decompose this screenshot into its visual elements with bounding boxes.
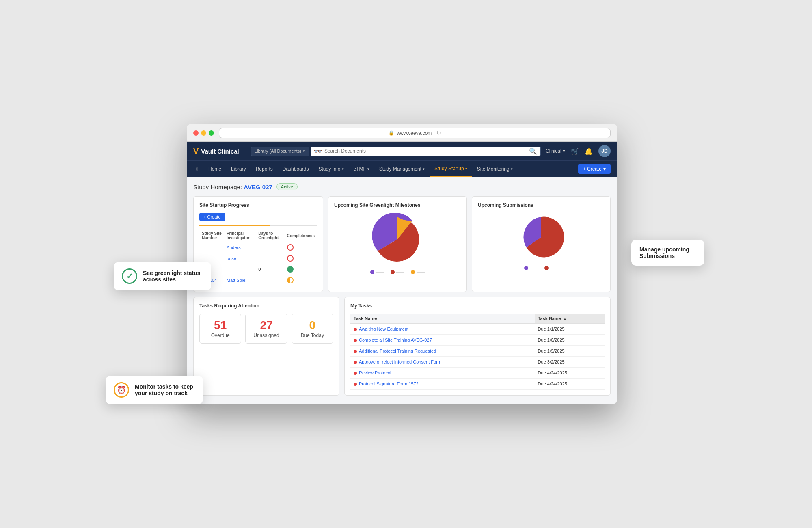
nav-reports[interactable]: Reports	[251, 161, 278, 177]
nav-etmf[interactable]: eTMF ▾	[349, 161, 374, 177]
pi-link[interactable]: Anders	[227, 245, 241, 250]
nav-dashboards[interactable]: Dashboards	[278, 161, 314, 177]
my-tasks-title: My Tasks	[350, 303, 605, 309]
task-row: Additional Protocol Training Requested D…	[350, 346, 605, 357]
logo-v-icon: V	[193, 147, 199, 156]
greenlight-callout: ✓ See greenlight status across sites	[114, 262, 211, 290]
task-due: Due 1/9/2025	[535, 346, 605, 357]
task-dot	[354, 361, 357, 364]
days-val: 0	[256, 264, 284, 275]
task-link[interactable]: Awaiting New Equipment	[359, 327, 408, 331]
logo: V Vault Clinical	[193, 147, 246, 156]
page-title: Study Homepage: AVEG 027	[193, 184, 272, 190]
greenlight-pie-svg	[371, 213, 424, 266]
task-link[interactable]: Review Protocol	[359, 370, 391, 375]
task-dot	[354, 350, 357, 353]
task-row: Awaiting New Equipment Due 1/1/2025	[350, 324, 605, 335]
tasks-table: Task Name Task Name ▲	[350, 314, 605, 390]
monitor-callout: ⏰ Monitor tasks to keep your study on tr…	[106, 376, 203, 404]
nav-study-info[interactable]: Study Info ▾	[313, 161, 348, 177]
callout-submissions-text: Manage upcoming Submissions	[639, 246, 689, 259]
startup-create-button[interactable]: + Create	[199, 213, 225, 221]
legend-dot-purple	[524, 266, 528, 270]
bell-icon[interactable]: 🔔	[585, 147, 593, 155]
search-icon[interactable]: 🔍	[529, 147, 537, 155]
overdue-stat: 51 Overdue	[199, 314, 241, 344]
greenlight-title: Upcoming Site Greenlight Milestones	[334, 202, 461, 208]
create-button[interactable]: + Create ▾	[578, 164, 611, 174]
task-due: Due 1/1/2025	[535, 324, 605, 335]
pi-name	[224, 264, 256, 275]
unassigned-number: 27	[251, 319, 282, 332]
check-icon: ✓	[122, 268, 137, 284]
library-label: Library (All Documents)	[255, 149, 301, 154]
due-col-header[interactable]: Task Name ▲	[535, 314, 605, 324]
legend-dot-red	[391, 270, 395, 274]
search-input[interactable]	[324, 148, 527, 154]
cart-icon[interactable]: 🛒	[571, 147, 579, 155]
task-row: Protocol Signature Form 1572 Due 4/24/20…	[350, 379, 605, 390]
task-due: Due 3/2/2025	[535, 357, 605, 368]
nav-study-management[interactable]: Study Management ▾	[374, 161, 430, 177]
startup-table: Study Site Number Principal Investigator…	[199, 229, 317, 286]
minimize-dot[interactable]	[201, 130, 206, 136]
col-days: Days to Greenlight	[256, 229, 284, 242]
pi-link[interactable]: Matt Spiel	[227, 278, 246, 283]
app-name: Vault Clinical	[201, 148, 239, 155]
maximize-dot[interactable]	[209, 130, 214, 136]
greenlight-legend: —— —— ——	[370, 270, 425, 274]
task-col-header[interactable]: Task Name	[350, 314, 535, 324]
task-dot	[354, 339, 357, 342]
nav-library[interactable]: Library	[226, 161, 251, 177]
library-dropdown[interactable]: Library (All Documents) ▾	[251, 147, 309, 156]
tasks-attention-title: Tasks Requiring Attention	[199, 303, 333, 309]
site-num	[199, 242, 224, 253]
widgets-row: Site Startup Progress + Create Study Sit…	[193, 196, 611, 292]
etmf-caret: ▾	[367, 167, 369, 171]
task-link[interactable]: Complete all Site Training AVEG-027	[359, 338, 432, 342]
submissions-pie-svg	[517, 213, 566, 262]
unassigned-label: Unassigned	[251, 333, 282, 338]
nav-study-startup[interactable]: Study Startup ▾	[430, 161, 472, 177]
task-link[interactable]: Protocol Signature Form 1572	[359, 381, 419, 386]
days-val	[256, 253, 284, 264]
task-row: Review Protocol Due 4/24/2025	[350, 368, 605, 379]
task-link[interactable]: Additional Protocol Training Requested	[359, 348, 436, 353]
task-link[interactable]: Approve or reject Informed Consent Form	[359, 359, 441, 364]
browser-window: 🔒 www.veeva.com ↻ V Vault Clinical Libra…	[187, 124, 617, 404]
site-startup-title: Site Startup Progress	[199, 202, 317, 208]
completeness-icon	[287, 244, 294, 251]
search-glasses-icon: 👓	[314, 147, 322, 155]
sort-icon: ▲	[563, 317, 567, 321]
tasks-attention-widget: Tasks Requiring Attention 51 Overdue 27 …	[193, 297, 339, 396]
legend-item: ——	[544, 266, 558, 270]
nav-bar: ⊞ Home Library Reports Dashboards Study …	[187, 160, 617, 177]
url-text: www.veeva.com	[397, 130, 432, 136]
col-site-number: Study Site Number	[199, 229, 224, 242]
col-completeness: Completeness	[285, 229, 317, 242]
create-caret: ▾	[603, 166, 606, 172]
nav-site-monitoring[interactable]: Site Monitoring ▾	[472, 161, 518, 177]
study-id: AVEG 027	[244, 184, 272, 190]
due-today-stat: 0 Due Today	[292, 314, 333, 344]
clock-icon: ⏰	[114, 382, 129, 398]
pi-link[interactable]: ouse	[227, 256, 236, 261]
close-dot[interactable]	[193, 130, 199, 136]
legend-dot-orange	[411, 270, 415, 274]
browser-dots	[193, 130, 214, 136]
task-stats: 51 Overdue 27 Unassigned 0 Due Today	[199, 314, 333, 344]
task-dot	[354, 328, 357, 331]
address-bar[interactable]: 🔒 www.veeva.com ↻	[219, 128, 611, 138]
legend-item: ——	[524, 266, 538, 270]
task-due: Due 4/24/2025	[535, 368, 605, 379]
legend-item: ——	[411, 270, 425, 274]
dropdown-caret: ▾	[303, 149, 305, 154]
grid-icon[interactable]: ⊞	[193, 165, 199, 173]
status-badge: Active	[276, 183, 298, 190]
clinical-menu[interactable]: Clinical ▾	[546, 148, 565, 154]
callout-greenlight-text: See greenlight status across sites	[143, 270, 203, 283]
nav-home[interactable]: Home	[203, 161, 226, 177]
submissions-widget: Upcoming Submissions	[472, 196, 611, 292]
browser-titlebar: 🔒 www.veeva.com ↻	[187, 124, 617, 142]
avatar[interactable]: JD	[598, 145, 611, 157]
